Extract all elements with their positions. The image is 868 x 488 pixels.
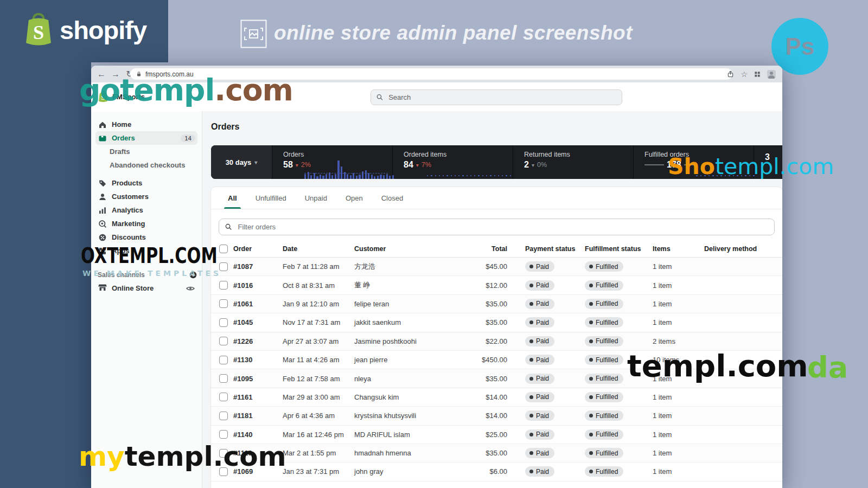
search-icon bbox=[225, 223, 233, 231]
stat-delta: 7% bbox=[422, 161, 431, 169]
date-range-label: 30 days bbox=[226, 158, 252, 166]
tab-unpaid[interactable]: Unpaid bbox=[296, 187, 336, 209]
select-all-checkbox[interactable] bbox=[219, 245, 228, 253]
page-title: Orders bbox=[211, 122, 239, 132]
order-row-1161[interactable]: #1161Mar 29 at 3:00 amChangsuk kim$14.00… bbox=[211, 388, 782, 407]
share-icon[interactable] bbox=[726, 70, 735, 78]
browser-profile-avatar[interactable] bbox=[767, 70, 776, 79]
online-store-label: Online Store bbox=[112, 284, 154, 292]
order-row-1016[interactable]: #1016Oct 8 at 8:31 am董 峥$12.00PaidFulfil… bbox=[211, 276, 782, 294]
fulfillment-status-badge: Fulfilled bbox=[585, 280, 623, 291]
order-row-1069[interactable]: #1069Jan 23 at 7:31 pmjohn gray$6.00Paid… bbox=[211, 463, 782, 481]
tab-unfulfilled[interactable]: Unfulfilled bbox=[246, 187, 296, 209]
tab-open[interactable]: Open bbox=[336, 187, 372, 209]
view-store-eye-icon[interactable] bbox=[186, 284, 195, 293]
status-dot-icon bbox=[529, 470, 533, 473]
order-number[interactable]: #1161 bbox=[233, 393, 283, 401]
ps-label: Ps bbox=[786, 33, 815, 60]
extensions-icon[interactable] bbox=[754, 70, 761, 78]
filter-orders-box[interactable] bbox=[219, 219, 775, 235]
order-row-1061[interactable]: #1061Jan 9 at 12:10 amfelipe teran$35.00… bbox=[211, 295, 782, 313]
fulfillment-status-badge: Fulfilled bbox=[585, 355, 623, 365]
order-total: $35.00 bbox=[474, 300, 507, 308]
row-checkbox[interactable] bbox=[219, 318, 228, 327]
tab-closed[interactable]: Closed bbox=[372, 187, 412, 209]
column-header-fulfillment-status: Fulfillment status bbox=[585, 245, 652, 253]
order-date: Apr 27 at 3:07 am bbox=[283, 337, 354, 345]
order-customer: MD ARIFUL islam bbox=[354, 431, 474, 439]
shopify-bag-icon: S bbox=[23, 12, 54, 48]
column-header-payment-status: Payment status bbox=[507, 245, 585, 253]
shopify-logo: S shopify bbox=[23, 12, 146, 48]
shopify-brand-panel: S shopify bbox=[0, 0, 168, 62]
order-total: $25.00 bbox=[474, 431, 507, 439]
row-checkbox[interactable] bbox=[219, 430, 228, 439]
order-date: Feb 7 at 11:28 am bbox=[283, 262, 354, 271]
chevron-down-icon: ▾ bbox=[254, 159, 257, 165]
sidebar-item-online-store[interactable]: Online Store bbox=[95, 281, 197, 295]
row-checkbox[interactable] bbox=[219, 374, 228, 383]
screenshot-frame-icon bbox=[240, 20, 267, 48]
row-checkbox[interactable] bbox=[219, 356, 228, 364]
row-checkbox[interactable] bbox=[219, 281, 228, 290]
tab-all[interactable]: All bbox=[219, 187, 246, 209]
date-range-dropdown[interactable]: 30 days ▾ bbox=[211, 145, 272, 179]
order-number[interactable]: #1181 bbox=[233, 412, 283, 420]
order-number[interactable]: #1095 bbox=[233, 375, 283, 383]
order-number[interactable]: #1140 bbox=[233, 431, 283, 439]
sidebar-item-marketing[interactable]: Marketing bbox=[95, 217, 197, 230]
sidebar-item-discounts[interactable]: Discounts bbox=[95, 230, 197, 244]
order-row-1045[interactable]: #1045Nov 17 at 7:31 amjakkit saenkum$35.… bbox=[211, 313, 782, 332]
stat-panel-orders: Orders58▾2% bbox=[272, 145, 393, 179]
global-search[interactable] bbox=[371, 89, 622, 105]
order-items: 1 item bbox=[652, 318, 704, 326]
order-number[interactable]: #1016 bbox=[233, 281, 283, 290]
fulfillment-status-badge: Fulfilled bbox=[585, 429, 623, 440]
order-number[interactable]: #1130 bbox=[233, 356, 283, 364]
row-checkbox[interactable] bbox=[219, 299, 228, 308]
order-row-1087[interactable]: #1087Feb 7 at 11:28 am方龙浩$45.00PaidFulfi… bbox=[211, 258, 782, 276]
sidebar-item-analytics[interactable]: Analytics bbox=[95, 203, 197, 217]
order-total: $35.00 bbox=[474, 449, 507, 457]
watermark-mytempl: mytempl.com bbox=[79, 441, 286, 472]
sidebar-item-products[interactable]: Products bbox=[95, 176, 197, 190]
search-input[interactable] bbox=[387, 93, 617, 102]
stat-value: 2 bbox=[524, 160, 529, 170]
row-checkbox[interactable] bbox=[219, 412, 228, 420]
order-number[interactable]: #1061 bbox=[233, 300, 283, 308]
order-row-1181[interactable]: #1181Apr 6 at 4:36 amkrystsina khutsysvi… bbox=[211, 407, 782, 425]
bookmark-star-icon[interactable]: ☆ bbox=[741, 70, 748, 79]
status-dot-icon bbox=[589, 451, 593, 455]
sidebar-item-customers[interactable]: Customers bbox=[95, 190, 197, 203]
order-customer: felipe teran bbox=[354, 300, 474, 308]
filter-orders-input[interactable] bbox=[237, 222, 769, 232]
order-customer: nleya bbox=[354, 375, 474, 383]
sidebar-item-home[interactable]: Home bbox=[95, 118, 197, 131]
sidebar-item-label: Abandoned checkouts bbox=[110, 161, 185, 169]
watermark-da: da bbox=[807, 350, 848, 384]
status-dot-icon bbox=[589, 320, 593, 324]
order-date: Feb 12 at 7:58 am bbox=[283, 375, 354, 383]
analytics-icon bbox=[98, 206, 107, 215]
sidebar-item-orders[interactable]: Orders14 bbox=[95, 131, 197, 145]
sidebar-item-abandoned-checkouts[interactable]: Abandoned checkouts bbox=[95, 158, 197, 172]
row-checkbox[interactable] bbox=[219, 337, 228, 345]
order-number[interactable]: #1045 bbox=[233, 318, 283, 326]
order-row-1119[interactable]: #1119Mar 2 at 1:55 pmhmadnah hmenna$35.0… bbox=[211, 444, 782, 463]
sidebar-item-drafts[interactable]: Drafts bbox=[95, 145, 197, 158]
sidebar-item-label: Drafts bbox=[110, 147, 130, 156]
order-row-1140[interactable]: #1140Mar 16 at 12:46 pmMD ARIFUL islam$2… bbox=[211, 426, 782, 444]
orders-count-badge: 14 bbox=[181, 134, 195, 142]
stat-delta: 0% bbox=[537, 161, 547, 169]
watermark-templ: templ.com bbox=[627, 348, 808, 383]
order-number[interactable]: #1087 bbox=[233, 262, 283, 271]
order-date: Mar 2 at 1:55 pm bbox=[283, 449, 354, 457]
fulfillment-status-badge: Fulfilled bbox=[585, 299, 623, 309]
payment-status-badge: Paid bbox=[525, 392, 554, 402]
order-number[interactable]: #1226 bbox=[233, 337, 283, 345]
column-header-items: Items bbox=[652, 245, 704, 253]
order-items: 1 item bbox=[652, 431, 704, 439]
row-checkbox[interactable] bbox=[219, 393, 228, 401]
order-total: $12.00 bbox=[474, 281, 507, 290]
column-header-delivery-method: Delivery method bbox=[704, 245, 782, 253]
